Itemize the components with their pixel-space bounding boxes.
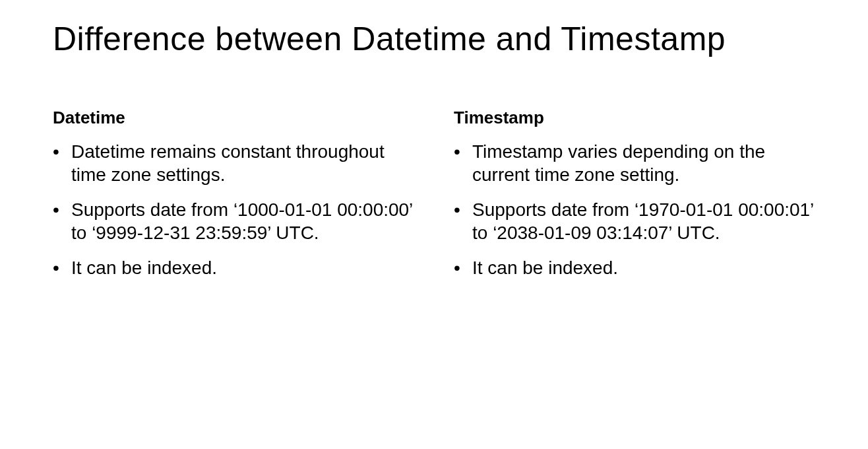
left-bullet-list: Datetime remains constant throughout tim… [53, 140, 414, 279]
slide-title: Difference between Datetime and Timestam… [53, 20, 815, 58]
list-item: It can be indexed. [454, 256, 815, 279]
list-item: It can be indexed. [53, 256, 414, 279]
list-item: Timestamp varies depending on the curren… [454, 140, 815, 186]
right-column-heading: Timestamp [454, 108, 815, 128]
right-bullet-list: Timestamp varies depending on the curren… [454, 140, 815, 279]
left-column: Datetime Datetime remains constant throu… [53, 108, 414, 291]
list-item: Supports date from ‘1000-01-01 00:00:00’… [53, 198, 414, 244]
right-column: Timestamp Timestamp varies depending on … [454, 108, 815, 291]
content-columns: Datetime Datetime remains constant throu… [53, 108, 815, 291]
list-item: Supports date from ‘1970-01-01 00:00:01’… [454, 198, 815, 244]
left-column-heading: Datetime [53, 108, 414, 128]
list-item: Datetime remains constant throughout tim… [53, 140, 414, 186]
